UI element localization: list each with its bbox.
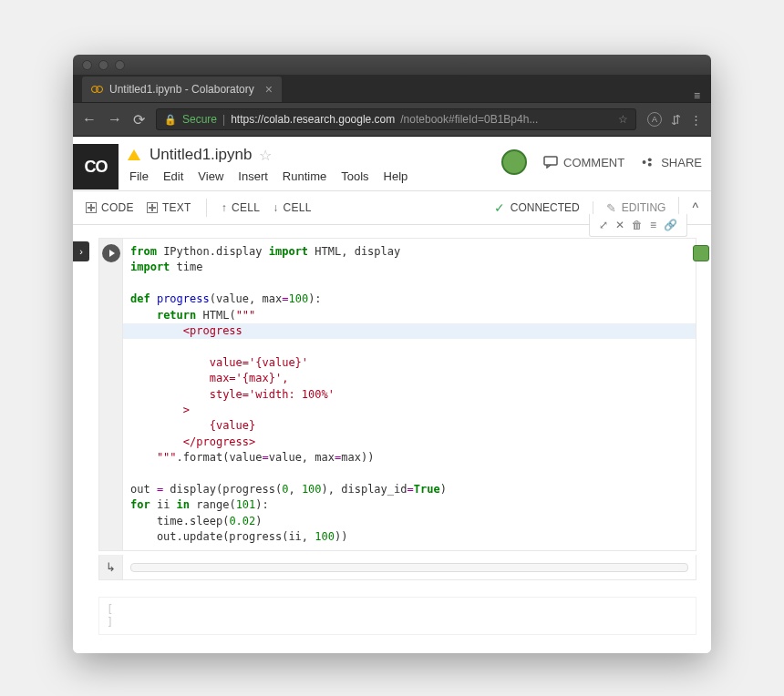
- svg-point-1: [643, 160, 646, 164]
- mode-indicator[interactable]: ✎ EDITING: [593, 201, 679, 215]
- menu-view[interactable]: View: [198, 169, 223, 183]
- cell-expand-icon[interactable]: ⤢: [599, 219, 608, 231]
- cell-down-label: CELL: [284, 201, 312, 214]
- sidebar-collapsed: ›: [73, 225, 89, 653]
- empty-cell-prompt: [ ]: [107, 603, 130, 629]
- browser-nav-buttons: ← → ⟳: [82, 111, 145, 128]
- cell-output: ↳: [98, 555, 696, 580]
- cell-toc-icon[interactable]: ≡: [650, 219, 656, 231]
- star-document-icon[interactable]: ☆: [259, 147, 272, 164]
- url-host: https://colab.research.google.com: [231, 113, 395, 126]
- extension-sync-icon[interactable]: ⇵: [671, 113, 681, 127]
- insert-group: CODE TEXT: [86, 201, 191, 214]
- share-button[interactable]: SHARE: [641, 156, 702, 169]
- extension-a-icon[interactable]: A: [647, 112, 662, 127]
- user-avatar[interactable]: [501, 149, 527, 175]
- notebook-cells: ⤢ ✕ 🗑 ≡ 🔗 from IPython.display import HT…: [89, 225, 711, 653]
- checkmark-icon: ✓: [494, 200, 505, 215]
- menu-bar: FileEditViewInsertRuntimeToolsHelp: [128, 164, 501, 190]
- url-separator: |: [222, 113, 225, 126]
- cell-toolbar: ⤢ ✕ 🗑 ≡ 🔗: [589, 214, 687, 237]
- share-icon: [641, 156, 655, 169]
- cell-close-icon[interactable]: ✕: [615, 219, 624, 231]
- cell-link-icon[interactable]: 🔗: [664, 219, 677, 231]
- collaborator-avatar[interactable]: [693, 245, 709, 261]
- colab-header: CO Untitled1.ipynb ☆ FileEditViewInsertR…: [73, 137, 711, 191]
- secure-label: Secure: [182, 113, 217, 126]
- bookmark-star-icon[interactable]: ☆: [618, 113, 628, 126]
- header-right: COMMENT SHARE: [501, 144, 702, 175]
- browser-window: Untitled1.ipynb - Colaboratory × ≡ ← → ⟳…: [73, 55, 711, 653]
- lock-icon: 🔒: [164, 114, 177, 126]
- comment-button[interactable]: COMMENT: [543, 156, 624, 169]
- plus-icon: [147, 202, 158, 213]
- arrow-down-icon: ↓: [273, 201, 278, 214]
- tab-close-icon[interactable]: ×: [265, 82, 273, 97]
- add-code-cell-button[interactable]: CODE: [86, 201, 134, 214]
- menu-file[interactable]: File: [129, 169, 149, 183]
- share-label: SHARE: [661, 156, 702, 169]
- run-cell-button[interactable]: [102, 244, 120, 262]
- menu-tools[interactable]: Tools: [341, 169, 368, 183]
- browser-tab[interactable]: Untitled1.ipynb - Colaboratory ×: [82, 77, 282, 102]
- code-label: CODE: [101, 201, 134, 214]
- menu-help[interactable]: Help: [384, 169, 408, 183]
- code-editor[interactable]: from IPython.display import HTML, displa…: [123, 239, 696, 550]
- svg-point-3: [648, 163, 652, 167]
- tabstrip-menu-icon[interactable]: ≡: [694, 89, 706, 102]
- title-block: Untitled1.ipynb ☆ FileEditViewInsertRunt…: [128, 144, 501, 190]
- menu-runtime[interactable]: Runtime: [283, 169, 326, 183]
- back-button[interactable]: ←: [82, 111, 97, 128]
- move-cell-up-button[interactable]: ↑CELL: [222, 201, 261, 214]
- url-field[interactable]: 🔒 Secure | https://colab.research.google…: [156, 108, 636, 130]
- browser-tabstrip: Untitled1.ipynb - Colaboratory × ≡: [73, 75, 711, 102]
- cell-gutter: [99, 239, 123, 550]
- comment-label: COMMENT: [563, 156, 624, 169]
- move-cell-down-button[interactable]: ↓CELL: [273, 201, 312, 214]
- overflow-menu-icon[interactable]: ⋮: [690, 113, 702, 127]
- forward-button[interactable]: →: [108, 111, 122, 128]
- menu-insert[interactable]: Insert: [238, 169, 268, 183]
- colab-logo-icon[interactable]: CO: [73, 144, 119, 189]
- text-label: TEXT: [162, 201, 191, 214]
- empty-code-cell[interactable]: [ ]: [98, 597, 696, 635]
- add-text-cell-button[interactable]: TEXT: [147, 201, 191, 214]
- notebook-content: › ⤢ ✕ 🗑 ≡ 🔗 from IPython.display import …: [73, 225, 711, 653]
- separator: [206, 199, 207, 217]
- browser-extension-icons: A ⇵ ⋮: [647, 112, 702, 127]
- move-group: ↑CELL ↓CELL: [222, 201, 312, 214]
- plus-icon: [86, 202, 97, 213]
- connected-label: CONNECTED: [511, 201, 580, 214]
- reload-button[interactable]: ⟳: [133, 111, 145, 128]
- document-title-row: Untitled1.ipynb ☆: [128, 144, 501, 164]
- url-path: /notebook#fileId=0B1Bp4h...: [400, 113, 538, 126]
- window-minimize-button[interactable]: [98, 60, 108, 70]
- pencil-icon: ✎: [606, 201, 616, 215]
- progress-bar: [130, 563, 688, 572]
- comment-icon: [543, 156, 558, 169]
- browser-address-bar: ← → ⟳ 🔒 Secure | https://colab.research.…: [73, 102, 711, 137]
- svg-rect-0: [544, 157, 557, 165]
- arrow-up-icon: ↑: [222, 201, 227, 214]
- cell-up-label: CELL: [232, 201, 260, 214]
- expand-sidebar-button[interactable]: ›: [73, 241, 89, 261]
- colab-favicon-icon: [91, 85, 104, 94]
- connection-status[interactable]: ✓ CONNECTED: [481, 200, 593, 215]
- menu-edit[interactable]: Edit: [163, 169, 183, 183]
- code-cell-wrapper: ⤢ ✕ 🗑 ≡ 🔗 from IPython.display import HT…: [98, 238, 696, 580]
- editing-label: EDITING: [622, 201, 666, 214]
- document-title[interactable]: Untitled1.ipynb: [150, 146, 252, 164]
- window-zoom-button[interactable]: [115, 60, 125, 70]
- tab-title: Untitled1.ipynb - Colaboratory: [109, 83, 254, 96]
- window-titlebar: [73, 55, 711, 75]
- output-toggle-icon[interactable]: ↳: [99, 555, 123, 579]
- cell-delete-icon[interactable]: 🗑: [632, 219, 643, 231]
- svg-point-2: [648, 158, 652, 161]
- window-close-button[interactable]: [82, 60, 92, 70]
- output-body: [123, 555, 696, 579]
- code-cell: from IPython.display import HTML, displa…: [98, 238, 696, 551]
- google-drive-icon: [128, 149, 140, 160]
